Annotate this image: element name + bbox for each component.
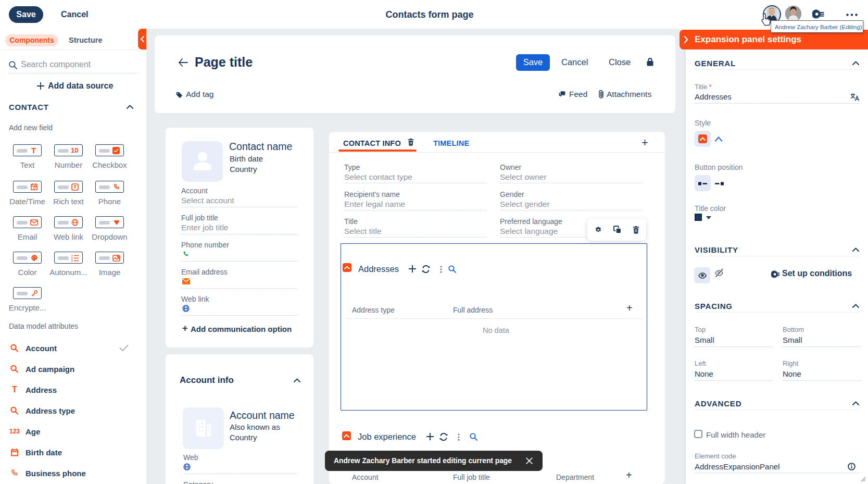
svg-text:3: 3 — [71, 259, 73, 262]
